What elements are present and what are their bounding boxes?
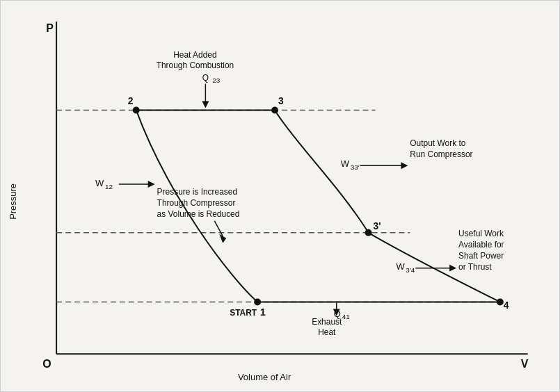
q23-subscript: 23: [212, 76, 221, 84]
y-axis-title: Pressure: [8, 183, 18, 220]
point-4: [497, 298, 504, 305]
label-2: 2: [128, 95, 134, 106]
heat-added-label: Heat Added: [173, 50, 216, 60]
output-work-label: Output Work to: [410, 138, 465, 148]
heat-added-label2: Through Combustion: [157, 60, 234, 70]
useful-work-label2: Available for: [458, 240, 504, 250]
useful-work-label: Useful Work: [458, 229, 504, 238]
output-work-label2: Run Compressor: [410, 149, 472, 159]
label-4: 4: [504, 300, 509, 311]
w12-subscript: 12: [105, 183, 113, 190]
x-axis-label: V: [521, 358, 529, 370]
point-1: [254, 298, 261, 305]
w12-label: W: [95, 178, 104, 188]
point-3prime: [365, 229, 372, 236]
pressure-increased-label2: Through Compressor: [157, 198, 236, 208]
q41-subscript: 41: [342, 313, 351, 320]
origin-label: O: [42, 358, 51, 370]
w33p-subscript: 33': [351, 163, 360, 171]
y-axis-label: P: [46, 22, 54, 34]
label-3prime: 3': [374, 220, 381, 231]
x-axis-title: Volume of Air: [238, 372, 291, 382]
point-2: [133, 106, 140, 113]
q23-label: Q: [202, 73, 209, 83]
w3p4-label: W: [396, 261, 405, 272]
useful-work-label3: Shaft Power: [458, 251, 504, 261]
svg-rect-0: [1, 1, 559, 391]
point-3: [271, 106, 278, 113]
useful-work-label4: or Thrust: [458, 262, 492, 272]
pv-diagram: P V O Volume of Air Pressure: [0, 0, 560, 392]
label-1: 1: [260, 307, 266, 318]
label-3: 3: [278, 95, 284, 106]
exhaust-heat-label2: Heat: [318, 327, 336, 337]
w3p4-subscript: 3'4: [406, 266, 415, 274]
w33p-label: W: [341, 158, 350, 169]
pressure-increased-label: Pressure is Increased: [157, 187, 237, 197]
start-label: START: [230, 308, 257, 318]
pressure-increased-label3: as Volume is Reduced: [157, 209, 240, 219]
